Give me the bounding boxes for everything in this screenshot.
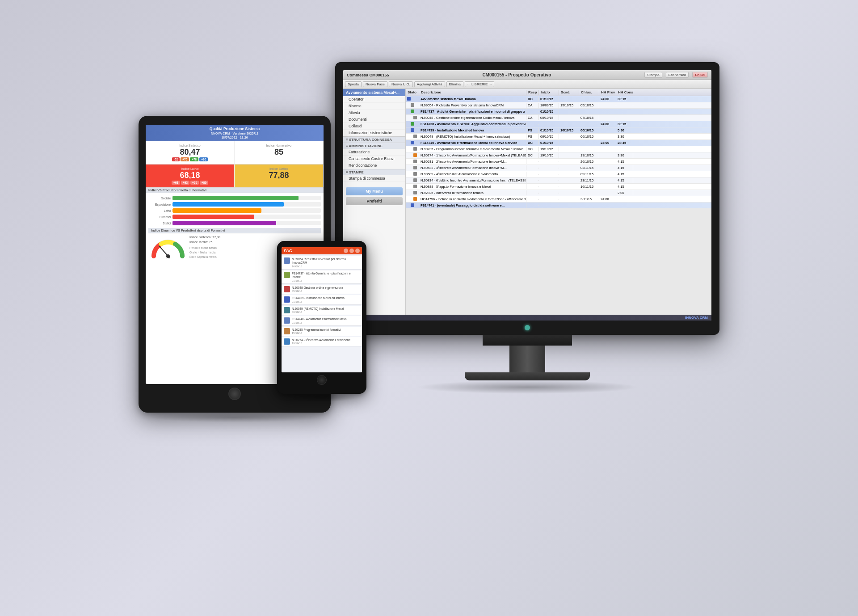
crm-sidebar-item-documenti[interactable]: Documenti — [343, 116, 405, 123]
crm-body: Avviamento sistema Mexal+... Operatori R… — [343, 89, 711, 315]
table-row[interactable]: N.90048 - Gestione ordine e generazione … — [406, 115, 711, 121]
crm-btn-economico[interactable]: Economico — [666, 72, 689, 78]
td-inizio: 19/10/15 — [539, 153, 559, 158]
bar-row-lativi: Lativi — [148, 208, 321, 213]
list-item[interactable]: N.90235 Programma incontri formativi 15/… — [282, 327, 362, 336]
crm-btn-sposta[interactable]: Sposta — [345, 81, 362, 87]
td-inizio — [539, 174, 559, 175]
td-desc: FS14741 - (eventuale) Passaggio dati da … — [419, 203, 526, 208]
td-chius: 16/11/15 — [579, 184, 599, 189]
table-row[interactable]: FS14740 - Avviamento e formazione Mexal … — [406, 140, 711, 146]
table-row[interactable]: N.09054 - Richiesta Preventivo per siste… — [406, 102, 711, 109]
table-row[interactable]: N.90609 - 4°incontro inst./Formazione e … — [406, 171, 711, 177]
phone-header-icon-1 — [344, 249, 348, 253]
phone-item-text: FS14737 - Attività Generiche - pianifica… — [292, 272, 360, 279]
crm-sidebar-preferiti[interactable]: Preferiti — [346, 197, 403, 205]
dash-title-main: Qualità Produzione Sistema — [148, 127, 321, 131]
bar-track-esposizione — [172, 202, 321, 207]
crm-btn-stampa[interactable]: Stampa — [644, 72, 662, 78]
bar-fill-sociale — [172, 196, 299, 200]
table-row[interactable]: N.90049 - (REMOTO) Installazione Mexal +… — [406, 134, 711, 140]
crm-sidebar-section-admin: ≡ AMMINISTRAZIONE — [343, 143, 405, 149]
crm-sidebar-item-attivita[interactable]: Attività — [343, 110, 405, 116]
gauge-svg: 78 — [150, 236, 186, 258]
table-row[interactable]: N.90888 - 5°app.to Formazione Innova e M… — [406, 184, 711, 190]
td-resp — [526, 168, 539, 169]
td-desc: FS14739 - Installazione Mexal ed Innova — [419, 128, 526, 133]
phone-home-button[interactable] — [317, 375, 327, 385]
crm-sidebar-item-rendicontazione[interactable]: Rendicontazione — [343, 162, 405, 169]
crm-btn-nuova-fase[interactable]: Nuova Fase — [363, 81, 387, 87]
crm-btn-aggiungi-attivita[interactable]: Aggiungi Attività — [414, 81, 445, 87]
crm-sidebar-item-info-sistemistiche[interactable]: Informazioni sistemistiche — [343, 130, 405, 136]
th-hhprev: HH Prev — [599, 90, 616, 95]
table-row[interactable]: N.90531 - 2°incontro Avviamento/Formazio… — [406, 159, 711, 165]
bar-label-statici: Statici — [148, 222, 171, 225]
bar-fill-esposizione — [172, 202, 284, 207]
td-resp: DC — [526, 97, 539, 101]
crm-sidebar-item-risorse[interactable]: Risorse — [343, 103, 405, 110]
td-chius — [579, 99, 599, 100]
td-inizio — [539, 199, 559, 200]
td-hhprev — [599, 180, 616, 181]
td-hhprev — [599, 130, 616, 131]
td-hhprev — [599, 161, 616, 162]
crm-sidebar-item-collaudi[interactable]: Collaudi — [343, 123, 405, 130]
table-row[interactable]: N.90834 - 6°/ultimo Incontro Avviamento/… — [406, 177, 711, 184]
table-row[interactable]: FS14737 - Attività Generiche - pianifica… — [406, 109, 711, 115]
td-resp: DC — [526, 147, 539, 152]
td-chius — [579, 205, 599, 206]
td-chius: 02/11/15 — [579, 165, 599, 170]
phone-item-icon — [284, 338, 290, 345]
crm-sidebar-mymenu[interactable]: My Menu — [346, 187, 403, 195]
phone-item-icon — [284, 328, 290, 334]
dash-subtitle2: 18/07/2022 - 12:26 — [148, 135, 321, 139]
crm-btn-elimina[interactable]: Elimina — [446, 81, 463, 87]
table-row[interactable]: FS14739 - Installazione Mexal ed Innova … — [406, 127, 711, 134]
crm-sidebar-item-costi[interactable]: Caricamento Costi e Ricavi — [343, 156, 405, 162]
list-item[interactable]: N.90049 (REMOTO) Installazione Mexal 06/… — [282, 306, 362, 315]
list-item[interactable]: FS14739 - Installazione Mexal ed Innova … — [282, 295, 362, 304]
crm-btn-librerie[interactable]: ··· LIBRERIE ··· — [465, 81, 494, 87]
gauge-label2: Indice Medio: 75 — [189, 240, 220, 245]
td-desc: N.90235 - Programma incontri formativi e… — [419, 147, 526, 152]
table-row[interactable]: N.90274 - 1°incontro Avviamento/Formazio… — [406, 152, 711, 159]
crm-btn-chiudi[interactable]: Chiudi — [692, 72, 708, 78]
list-item[interactable]: N.09054 Richiesta Preventivo per sistema… — [282, 256, 362, 270]
table-row[interactable]: N.90235 - Programma incontri formativi e… — [406, 146, 711, 152]
crm-btn-nuova-uo[interactable]: Nuova U.O. — [389, 81, 413, 87]
list-item[interactable]: N.90274 - 1°incontro Avviamento Formazio… — [282, 337, 362, 346]
tablet-home-button[interactable] — [228, 388, 241, 400]
dash-subtitle1: NNOVA CRM - Versione 2020R.1 — [148, 131, 321, 135]
bar-label-esposizione: Esposizione — [148, 203, 171, 206]
phone-item-date: 06/10/15 — [292, 311, 344, 313]
phone-item-icon — [284, 296, 290, 303]
table-row[interactable]: UO14796 - Incluso in contratto avviament… — [406, 196, 711, 203]
crm-sidebar-item-fatturazione[interactable]: Fatturazione — [343, 149, 405, 156]
td-stato — [406, 197, 419, 202]
list-item[interactable]: FS14740 - Avviamento e formazione Mexal … — [282, 316, 362, 325]
monitor-bezel: Commessa CM000155 CM000155 - Prospetto O… — [335, 62, 719, 335]
list-item[interactable]: N.90048 Gestione ordine e generazione 05… — [282, 285, 362, 294]
phone-item-text: FS14740 - Avviamento e formazione Mexal — [292, 317, 347, 321]
crm-sidebar-item-stampa-commessa[interactable]: Stampa di commessa — [343, 175, 405, 182]
td-hhcons — [616, 105, 633, 106]
phone-item-icon — [284, 286, 290, 292]
dash-metric-chips-2: +63 +93 +65 +80 — [149, 181, 231, 185]
table-row[interactable]: FS14738 - Avviamento e Servizi Aggiuntiv… — [406, 121, 711, 127]
table-row[interactable]: N.92326 - Intervento di formazione remot… — [406, 190, 711, 196]
bar-track-statici — [172, 221, 321, 225]
td-hhprev — [599, 174, 616, 175]
table-row[interactable]: Avviamento sistema Mexal+Innova DC 01/10… — [406, 96, 711, 102]
td-hhcons: 4:15 — [616, 159, 633, 164]
td-inizio: 16/09/15 — [539, 103, 559, 108]
list-item[interactable]: FS14737 - Attività Generiche - pianifica… — [282, 270, 362, 284]
main-scene: Commessa CM000155 CM000155 - Prospetto O… — [139, 62, 719, 554]
td-chius: 05/10/15 — [579, 103, 599, 108]
table-row[interactable]: FS14741 - (eventuale) Passaggio dati da … — [406, 203, 711, 209]
table-row[interactable]: N.90532 - 3°incontro Avviamento/Formazio… — [406, 165, 711, 171]
phone-header: PAG — [282, 247, 362, 254]
td-desc: N.90532 - 3°incontro Avviamento/Formazio… — [419, 165, 526, 170]
crm-sidebar-commessa[interactable]: Avviamento sistema Mexal+... — [343, 89, 405, 96]
crm-sidebar-item-operatori[interactable]: Operatori — [343, 96, 405, 103]
